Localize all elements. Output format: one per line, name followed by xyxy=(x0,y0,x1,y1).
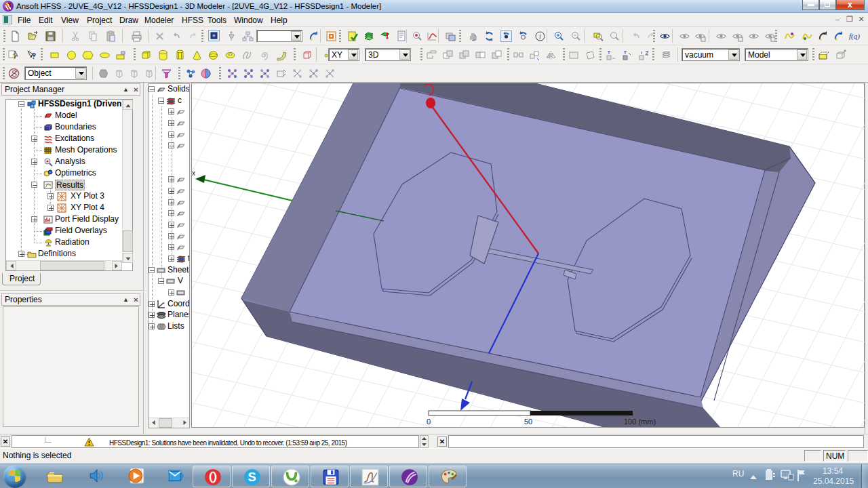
svg-text:50: 50 xyxy=(524,418,532,426)
svg-text:0: 0 xyxy=(427,418,431,426)
svg-text:S: S xyxy=(248,470,256,484)
svg-text:f(q): f(q) xyxy=(849,32,860,41)
svg-text:100 (mm): 100 (mm) xyxy=(624,418,656,426)
svg-text:?: ? xyxy=(31,52,36,61)
svg-text:i: i xyxy=(539,33,541,40)
svg-text:x: x xyxy=(192,169,195,177)
